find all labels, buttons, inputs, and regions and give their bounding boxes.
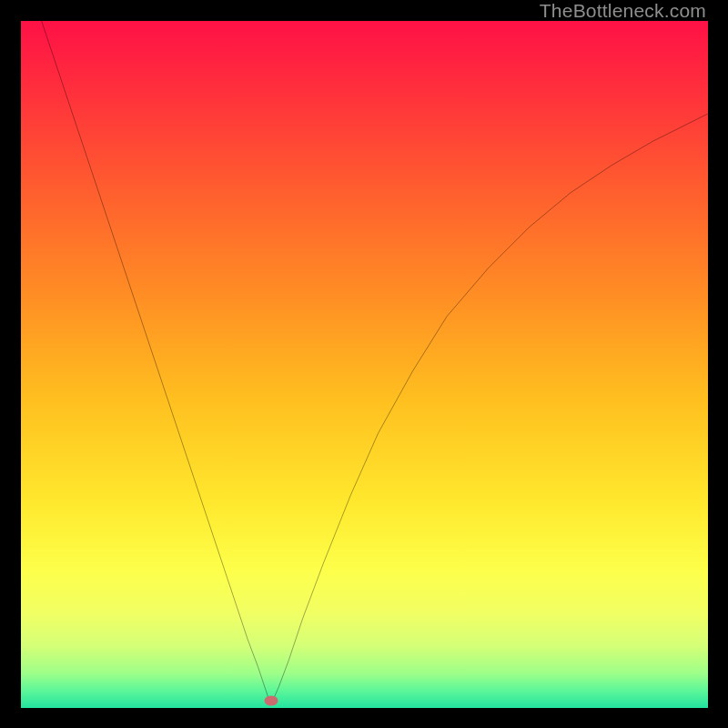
bottleneck-curve <box>21 21 708 708</box>
plot-area <box>21 21 708 708</box>
watermark-text: TheBottleneck.com <box>540 0 706 22</box>
optimal-point-marker <box>264 696 278 706</box>
chart-frame: TheBottleneck.com <box>0 0 728 728</box>
